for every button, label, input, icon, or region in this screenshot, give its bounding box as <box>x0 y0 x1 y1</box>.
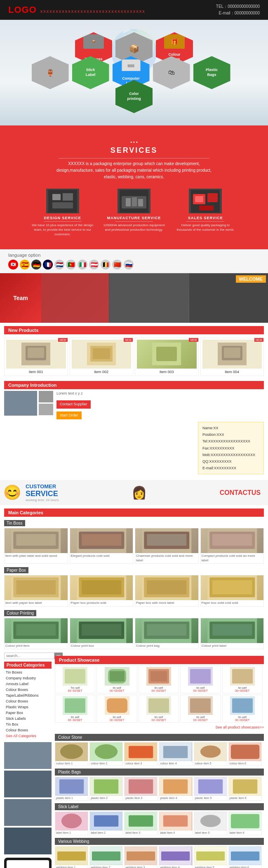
paper-prod-1[interactable]: item with paper box label <box>4 575 68 606</box>
pb-item-5[interactable]: plastic item 5 <box>194 777 227 801</box>
showcase-item-3[interactable]: tin self 00~00/SET <box>139 665 179 693</box>
sl-item-3[interactable]: label item 3 <box>124 811 158 835</box>
colour-prod-4[interactable]: Colour print label <box>200 618 264 649</box>
colour-prod-1[interactable]: Colour print item <box>4 618 68 649</box>
hex-stick-label[interactable]: StickLabel <box>72 56 109 89</box>
showcase-item-4[interactable]: tin self 00~00/SET <box>180 665 221 693</box>
sidebar-categories-header: Product Categories <box>4 662 52 669</box>
colour-stone-header: Colour Stone <box>55 734 264 741</box>
showcase-item-2[interactable]: tin self 00~00/SET <box>96 665 137 693</box>
sales-service: SALES SERVICE Deliver good quality packa… <box>174 189 237 237</box>
tin-prod-1[interactable]: item with plain label and solid wood <box>4 528 68 564</box>
sidebar-item-colour3[interactable]: Colour Boxes <box>4 727 52 733</box>
vw-item-4[interactable]: webbing item 4 <box>159 846 192 868</box>
flag-pt[interactable]: 🇵🇹 <box>66 260 76 270</box>
pb-item-2[interactable]: plastic item 2 <box>89 777 123 801</box>
cs-item-3[interactable]: colour item 3 <box>124 742 158 766</box>
hex-plastic-bags[interactable]: PlasticBags <box>193 56 230 89</box>
sidebar-item-company[interactable]: Company Industry <box>4 675 52 681</box>
flag-at[interactable]: 🇦🇹 <box>89 260 99 270</box>
flag-it[interactable]: 🇮🇹 <box>78 260 87 270</box>
tin-prod-3[interactable]: Chairman products cold sold and more lab… <box>135 528 199 564</box>
vw-item-2[interactable]: webbing item 2 <box>89 846 123 868</box>
flag-ru[interactable]: 🇷🇺 <box>124 260 134 270</box>
flag-be[interactable]: 🇧🇪 <box>101 260 110 270</box>
paper-prod-3[interactable]: Paper box with more label <box>135 575 199 606</box>
cs-item-1[interactable]: colour item 1 <box>55 742 88 766</box>
colour-printing-title: Colour Printing <box>4 610 36 616</box>
showcase-item-5[interactable]: tin self 00~00/SET <box>222 665 263 693</box>
showcase-img-4 <box>181 667 219 686</box>
sl-item-4[interactable]: label item 4 <box>159 811 192 835</box>
product-card-4[interactable]: NEW item 004 <box>200 338 264 376</box>
showcase-img-2 <box>98 667 136 686</box>
flag-kr[interactable]: 🇰🇷 <box>8 260 18 270</box>
sidebar-item-see-all[interactable]: See All Categories <box>4 733 52 739</box>
hex-product-image-2[interactable]: 🏺 <box>32 56 69 89</box>
svg-rect-42 <box>82 580 121 594</box>
product-card-3[interactable]: NEW item 003 <box>135 338 199 376</box>
services-grid: DESIGN SERVICE We have 10 plus experienc… <box>31 189 237 237</box>
showcase-item-10[interactable]: tin self 00~00/SET <box>222 695 263 723</box>
colour-prod-2[interactable]: Colour print box <box>70 618 134 649</box>
sidebar-search-input[interactable] <box>4 653 54 659</box>
sl-item-1[interactable]: label item 1 <box>55 811 88 835</box>
sidebar-item-colour[interactable]: Colour Boxes <box>4 687 52 693</box>
vw-item-1[interactable]: webbing item 1 <box>55 846 88 868</box>
sidebar-item-tape[interactable]: Tape/Label/Ribbons <box>4 693 52 698</box>
sl-item-6[interactable]: label item 6 <box>228 811 262 835</box>
pb-item-3[interactable]: plastic item 3 <box>124 777 158 801</box>
product-card-2[interactable]: NEW item 002 <box>70 338 134 376</box>
vw-item-3[interactable]: webbing item 3 <box>124 846 158 868</box>
hex-product-image-3[interactable]: 🛍 <box>153 56 190 89</box>
paper-prod-4[interactable]: Paper box solid cold sold <box>200 575 264 606</box>
svg-rect-120 <box>57 851 86 861</box>
showcase-item-9[interactable]: tin self 00~00/SET <box>180 695 221 723</box>
vw-item-6[interactable]: webbing item 6 <box>228 846 262 868</box>
vw-item-5[interactable]: webbing item 5 <box>194 846 227 868</box>
view-all-showcase[interactable]: See all product showcases>> <box>55 724 264 731</box>
sl-item-5[interactable]: label item 5 <box>194 811 227 835</box>
sl-item-2[interactable]: label item 2 <box>89 811 123 835</box>
tin-prod-4[interactable]: Compact products cold sold an more label <box>200 528 264 564</box>
svg-rect-90 <box>163 746 188 758</box>
hex-color-printing[interactable]: Colorprinting <box>115 80 153 113</box>
pb-item-6[interactable]: plastic item 6 <box>228 777 262 801</box>
tin-prod-2[interactable]: Elegant products cold sold <box>70 528 134 564</box>
showcase-img-8 <box>140 696 178 716</box>
sidebar-item-tin-boxes[interactable]: Tin Boxes <box>4 669 52 675</box>
showcase-img-6 <box>56 696 94 716</box>
sidebar-item-amounts[interactable]: Amouts Label <box>4 681 52 687</box>
cs-item-6[interactable]: colour item 6 <box>228 742 262 766</box>
paper-prod-2[interactable]: Paper box products sold <box>70 575 134 606</box>
product-card-1[interactable]: NEW item 001 <box>4 338 68 376</box>
showcase-item-1[interactable]: Tin self 00~00/SET <box>55 665 95 693</box>
flag-es[interactable]: 🇪🇸 <box>20 260 30 270</box>
cs-item-5[interactable]: colour item 5 <box>194 742 227 766</box>
cs-item-2[interactable]: colour item 2 <box>89 742 123 766</box>
flag-cn[interactable]: 🇨🇳 <box>112 260 122 270</box>
language-flags[interactable]: 🇰🇷 🇪🇸 🇩🇪 🇫🇷 🇳🇱 🇵🇹 🇮🇹 🇦🇹 🇧🇪 🇨🇳 🇷🇺 <box>8 260 260 270</box>
sidebar-item-plastic[interactable]: Plastic Wraps <box>4 704 52 710</box>
pb-item-4[interactable]: plastic item 4 <box>159 777 192 801</box>
showcase-item-8[interactable]: tin self 00~00/SET <box>139 695 179 723</box>
contact-supplier-button[interactable]: Contact Supplier <box>56 400 91 409</box>
services-dots-top: • • • <box>8 140 260 144</box>
flag-nl[interactable]: 🇳🇱 <box>54 260 64 270</box>
cs-item-4[interactable]: colour item 4 <box>159 742 192 766</box>
sidebar-item-stick[interactable]: Stick Labels <box>4 716 52 721</box>
vw-img-5 <box>194 847 227 865</box>
showcase-item-7[interactable]: tin self 00~00/SET <box>96 695 137 723</box>
vw-img-2 <box>90 847 122 865</box>
sidebar-image-2 <box>4 771 52 797</box>
sidebar-item-paper[interactable]: Paper Box <box>4 710 52 716</box>
showcase-name-4: tin self <box>181 686 219 689</box>
flag-fr[interactable]: 🇫🇷 <box>43 260 53 270</box>
showcase-item-6[interactable]: tin self 00~00/SET <box>55 695 95 723</box>
colour-prod-3[interactable]: Colour print bag <box>135 618 199 649</box>
sidebar-item-colour2[interactable]: Colour Boxes <box>4 698 52 704</box>
start-order-button[interactable]: Start Order <box>56 412 82 420</box>
flag-de[interactable]: 🇩🇪 <box>31 260 41 270</box>
sidebar-item-tin[interactable]: Tin Box <box>4 721 52 727</box>
pb-item-1[interactable]: plastic item 1 <box>55 777 88 801</box>
